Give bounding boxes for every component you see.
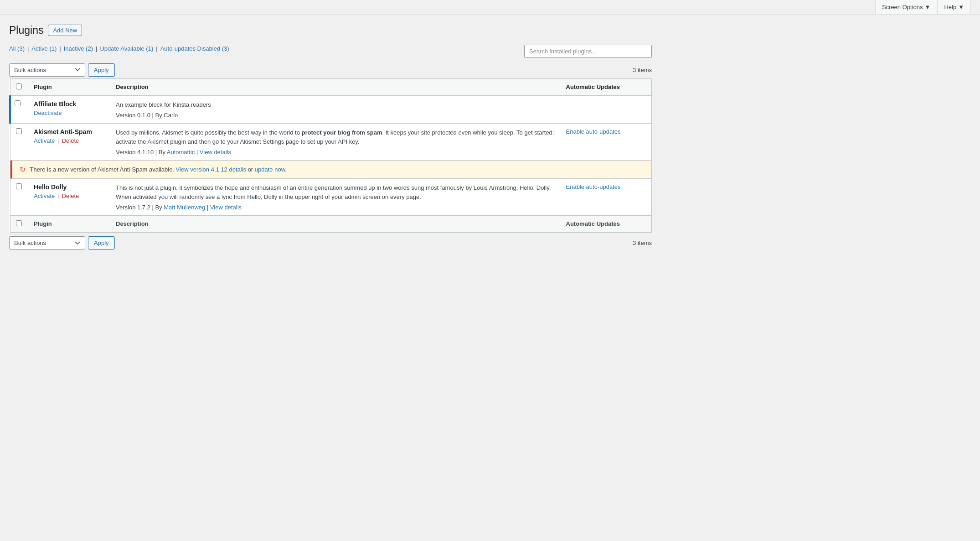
row-auto-cell-akismet: Enable auto-updates [561,124,652,161]
row-checkbox-hello-dolly[interactable] [16,183,22,189]
hello-dolly-author-link[interactable]: Matt Mullenweg [164,204,205,211]
hello-dolly-enable-auto-updates-link[interactable]: Enable auto-updates [566,183,621,190]
update-notice-akismet: ↻ There is a new version of Akismet Anti… [10,161,652,178]
filter-update-available-link[interactable]: Update Available (1) [100,45,153,52]
screen-options-button[interactable]: Screen Options ▼ [875,0,937,14]
top-bar: Screen Options ▼ Help ▼ [0,0,980,15]
view-version-details-link[interactable]: View version 4.1.12 details [176,166,246,173]
plugin-desc-akismet: Used by millions, Akismet is quite possi… [116,128,555,146]
row-plugin-cell-akismet: Akismet Anti-Spam Activate | Delete [28,124,110,161]
screen-options-chevron-icon: ▼ [925,4,931,10]
items-count-top: 3 items [633,67,652,73]
apply-button-top[interactable]: Apply [88,63,115,77]
row-auto-cell-affiliate-block [561,95,652,124]
plugin-actions-akismet: Activate | Delete [34,137,105,144]
plugin-name-affiliate-block: Affiliate Block [34,100,105,108]
delete-hello-dolly-link[interactable]: Delete [62,192,79,199]
search-area [524,45,652,58]
page-title: Plugins [9,24,43,37]
akismet-view-details-link[interactable]: View details [200,149,231,156]
plugin-meta-affiliate-block: Version 0.1.0 | By Carlo [116,112,555,119]
row-desc-cell-hello-dolly: This is not just a plugin, it symbolizes… [110,179,561,216]
page-header: Plugins Add New [9,24,652,37]
plugin-name-akismet: Akismet Anti-Spam [34,128,105,135]
table-row: Affiliate Block Deactivate An example bl… [10,95,652,124]
row-checkbox-akismet[interactable] [16,128,22,134]
top-controls: Bulk actions Activate Deactivate Delete … [9,63,652,77]
help-label: Help [944,4,956,10]
table-row: Hello Dolly Activate | Delete This is no… [10,179,652,216]
table-header-row: Plugin Description Automatic Updates [10,78,652,95]
help-chevron-icon: ▼ [958,4,964,10]
activate-hello-dolly-link[interactable]: Activate [34,192,55,199]
update-notice-cell-akismet: ↻ There is a new version of Akismet Anti… [10,161,652,179]
filter-auto-updates-disabled-link[interactable]: Auto-updates Disabled (3) [160,45,229,52]
row-desc-cell-akismet: Used by millions, Akismet is quite possi… [110,124,561,161]
row-checkbox-affiliate-block[interactable] [15,100,21,106]
header-description-col: Description [110,78,561,95]
row-auto-cell-hello-dolly: Enable auto-updates [561,179,652,216]
footer-description-col: Description [110,216,561,233]
table-row: Akismet Anti-Spam Activate | Delete Used… [10,124,652,161]
search-input[interactable] [524,45,652,58]
filter-auto-updates-disabled: Auto-updates Disabled (3) [160,45,229,52]
bulk-select-bottom[interactable]: Bulk actions Activate Deactivate Delete … [9,236,85,250]
plugin-actions-hello-dolly: Activate | Delete [34,192,105,199]
add-new-button[interactable]: Add New [48,25,82,36]
plugin-name-hello-dolly: Hello Dolly [34,183,105,191]
filter-all: All (3) [9,45,25,52]
deactivate-affiliate-block-link[interactable]: Deactivate [34,109,62,116]
filter-bar: All (3) | Active (1) | Inactive (2) | [9,45,229,52]
plugins-table: Plugin Description Automatic Updates Aff… [9,78,652,233]
bulk-area-bottom: Bulk actions Activate Deactivate Delete … [9,236,115,250]
plugin-actions-affiliate-block: Deactivate [34,109,105,116]
bulk-area-top: Bulk actions Activate Deactivate Delete … [9,63,115,77]
akismet-author-link[interactable]: Automattic [167,149,195,156]
update-notice-row-akismet: ↻ There is a new version of Akismet Anti… [10,161,652,179]
table-footer-row: Plugin Description Automatic Updates [10,216,652,233]
filter-inactive-link[interactable]: Inactive (2) [64,45,93,52]
update-notice-text-akismet: There is a new version of Akismet Anti-S… [30,166,287,173]
bottom-controls: Bulk actions Activate Deactivate Delete … [9,236,652,250]
filter-update-available: Update Available (1) [100,45,153,52]
select-all-checkbox[interactable] [16,83,22,89]
row-desc-cell-affiliate-block: An example block for Kinsta readers Vers… [110,95,561,124]
delete-akismet-link[interactable]: Delete [62,137,79,144]
plugin-meta-hello-dolly: Version 1.7.2 | By Matt Mullenweg | View… [116,204,555,211]
plugin-desc-affiliate-block: An example block for Kinsta readers [116,100,555,109]
filter-inactive: Inactive (2) [64,45,93,52]
filter-all-link[interactable]: All (3) [9,45,25,52]
update-refresh-icon: ↻ [20,165,26,174]
row-plugin-cell-affiliate-block: Affiliate Block Deactivate [28,95,110,124]
header-auto-updates-col: Automatic Updates [561,78,652,95]
screen-options-label: Screen Options [882,4,923,10]
filter-active-link[interactable]: Active (1) [31,45,57,52]
help-button[interactable]: Help ▼ [937,0,971,14]
plugin-meta-akismet: Version 4.1.10 | By Automattic | View de… [116,149,555,156]
header-plugin-col: Plugin [28,78,110,95]
footer-plugin-col: Plugin [28,216,110,233]
row-checkbox-cell [10,95,28,124]
items-count-bottom: 3 items [633,239,652,246]
header-checkbox-col [10,78,28,95]
bulk-select-top[interactable]: Bulk actions Activate Deactivate Delete … [9,63,85,77]
footer-auto-updates-col: Automatic Updates [561,216,652,233]
row-plugin-cell-hello-dolly: Hello Dolly Activate | Delete [28,179,110,216]
footer-checkbox-col [10,216,28,233]
apply-button-bottom[interactable]: Apply [88,236,115,250]
akismet-enable-auto-updates-link[interactable]: Enable auto-updates [566,128,621,135]
plugin-desc-hello-dolly: This is not just a plugin, it symbolizes… [116,183,555,201]
activate-akismet-link[interactable]: Activate [34,137,55,144]
hello-dolly-view-details-link[interactable]: View details [210,204,242,211]
select-all-footer-checkbox[interactable] [16,220,22,226]
page-content: Plugins Add New All (3) | Active (1) | [0,15,661,259]
update-now-link[interactable]: update now [255,166,285,173]
row-checkbox-cell [10,124,28,161]
filter-active: Active (1) [31,45,57,52]
row-checkbox-cell [10,179,28,216]
